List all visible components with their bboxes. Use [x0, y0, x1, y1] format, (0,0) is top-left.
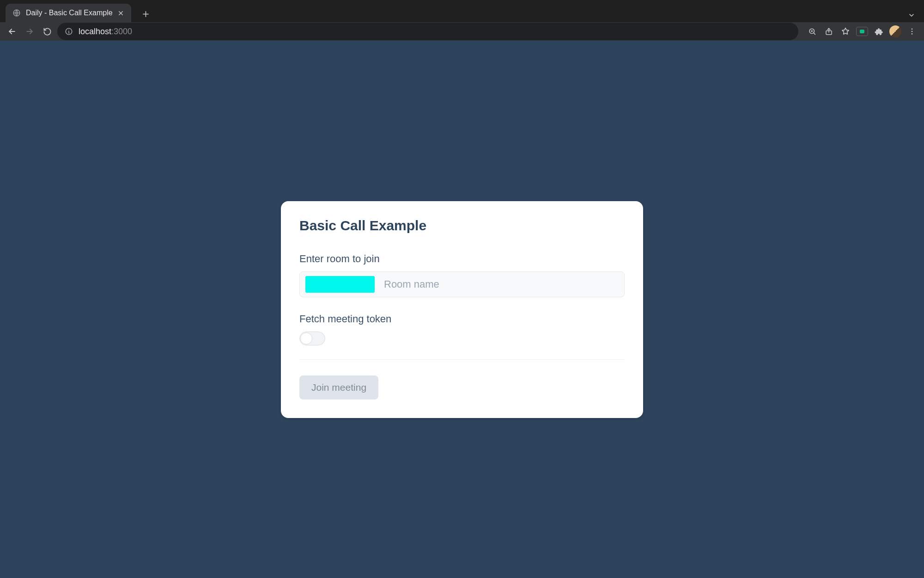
card-divider: [299, 359, 625, 360]
new-tab-button[interactable]: [138, 6, 154, 22]
room-name-input[interactable]: [375, 272, 624, 297]
globe-icon: [12, 8, 21, 18]
token-field-label: Fetch meeting token: [299, 313, 625, 325]
browser-tab-active[interactable]: Daily - Basic Call Example: [6, 4, 131, 22]
room-url-prefix-redacted: [305, 276, 375, 293]
profile-avatar[interactable]: [888, 24, 903, 39]
svg-point-5: [912, 31, 913, 32]
bookmark-star-icon[interactable]: [838, 24, 853, 39]
browser-toolbar: localhost:3000: [0, 22, 924, 41]
tab-strip: Daily - Basic Call Example: [0, 0, 924, 22]
address-bar[interactable]: localhost:3000: [57, 23, 798, 40]
tab-title: Daily - Basic Call Example: [26, 9, 113, 17]
url-text: localhost:3000: [79, 27, 132, 37]
room-field-label: Enter room to join: [299, 253, 625, 265]
share-icon[interactable]: [821, 24, 836, 39]
extensions-puzzle-icon[interactable]: [871, 24, 886, 39]
browser-chrome: Daily - Basic Call Example: [0, 0, 924, 41]
close-tab-icon[interactable]: [117, 9, 125, 17]
reload-button[interactable]: [40, 24, 55, 39]
page-viewport: Basic Call Example Enter room to join Fe…: [0, 41, 924, 578]
token-toggle-row: Fetch meeting token: [299, 313, 625, 345]
fetch-token-toggle[interactable]: [299, 332, 325, 345]
url-host: localhost: [79, 27, 111, 36]
forward-button[interactable]: [22, 24, 37, 39]
back-button[interactable]: [5, 24, 19, 39]
room-input-container: [299, 271, 625, 297]
join-meeting-button[interactable]: Join meeting: [299, 375, 378, 400]
kebab-menu-icon[interactable]: [905, 24, 919, 39]
url-port: :3000: [111, 27, 132, 36]
toolbar-right-icons: [805, 24, 919, 39]
svg-point-4: [912, 28, 913, 30]
card-title: Basic Call Example: [299, 218, 625, 234]
extension-pill-icon[interactable]: [855, 24, 869, 39]
tabs-overflow-button[interactable]: [905, 8, 918, 22]
join-card: Basic Call Example Enter room to join Fe…: [281, 201, 643, 418]
site-info-icon[interactable]: [65, 27, 73, 36]
toggle-knob: [300, 332, 312, 344]
zoom-icon[interactable]: [805, 24, 820, 39]
svg-point-6: [912, 33, 913, 35]
